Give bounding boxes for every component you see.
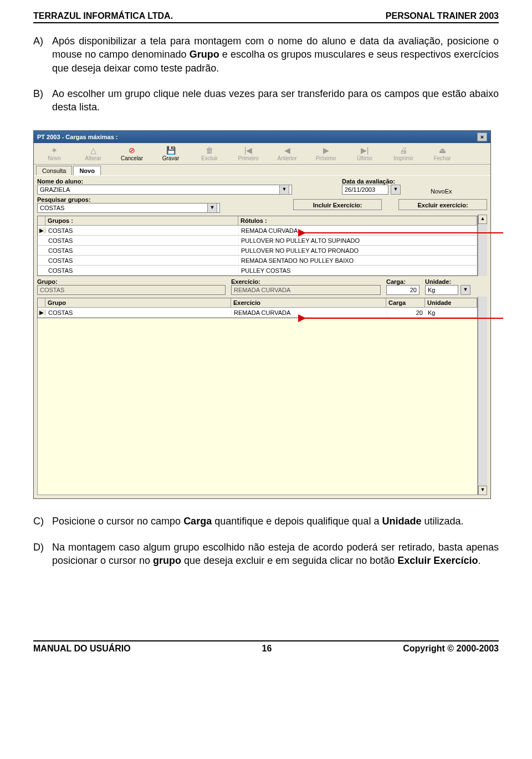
tab-novo[interactable]: Novo bbox=[73, 166, 101, 175]
field-grupo: COSTAS bbox=[37, 285, 226, 295]
col-carga: Carga bbox=[386, 298, 425, 307]
scrollbar[interactable]: ▲ bbox=[478, 215, 487, 276]
edit-icon: △ bbox=[88, 146, 98, 155]
field-exercicio: REMADA CURVADA bbox=[231, 285, 381, 295]
item-d-label: D) bbox=[33, 541, 52, 580]
col-grupos: Grupos : bbox=[45, 216, 238, 225]
label-data-avaliacao: Data da avaliação: bbox=[342, 178, 425, 185]
footer-page: 16 bbox=[262, 644, 272, 654]
toolbar-cancelar[interactable]: ⊘Cancelar bbox=[112, 144, 151, 163]
cell-grupo: COSTAS bbox=[46, 257, 239, 264]
incluir-exercicio-button[interactable]: Incluir Exercício: bbox=[293, 199, 382, 210]
footer-left: MANUAL DO USUÁRIO bbox=[33, 644, 131, 654]
tab-consulta[interactable]: Consulta bbox=[36, 166, 72, 175]
cancel-icon: ⊘ bbox=[127, 146, 137, 155]
toolbar-gravar[interactable]: 💾Gravar bbox=[151, 144, 190, 163]
cell-rotulo: PULLEY COSTAS bbox=[239, 267, 477, 274]
footer-right: Copyright © 2000-2003 bbox=[403, 644, 499, 654]
table-row[interactable]: COSTASPULLEY COSTAS bbox=[38, 266, 477, 276]
toolbar-primeiro[interactable]: |◀Primeiro bbox=[229, 144, 268, 163]
col-exercicio: Exercicio bbox=[231, 298, 386, 307]
toolbar-novo[interactable]: ✶Novo bbox=[35, 144, 74, 163]
table-row[interactable]: COSTASPULLOVER NO PULLEY ALTO PRONADO bbox=[38, 246, 477, 256]
field-unidade[interactable]: Kg bbox=[425, 285, 458, 295]
arrow-annotation-2 bbox=[298, 313, 503, 323]
label-unidade: Unidade: bbox=[425, 278, 475, 285]
dropdown-icon[interactable]: ▼ bbox=[207, 203, 217, 213]
label-novoex[interactable]: NovoEx bbox=[431, 188, 452, 195]
dropdown-icon[interactable]: ▼ bbox=[279, 185, 289, 195]
close-icon[interactable]: × bbox=[477, 133, 487, 141]
scroll-down-icon[interactable]: ▼ bbox=[478, 486, 487, 495]
label-grupo: Grupo: bbox=[37, 278, 231, 285]
cell-grupo: COSTAS bbox=[46, 247, 239, 254]
cell-rotulo: PULLOVER NO PULLEY ALTO PRONADO bbox=[239, 247, 477, 254]
item-c-label: C) bbox=[33, 515, 52, 540]
exit-icon: ⏏ bbox=[437, 146, 447, 155]
label-nome-aluno: Nome do aluno: bbox=[37, 178, 298, 185]
save-icon: 💾 bbox=[166, 146, 176, 155]
item-b-text: Ao escolher um grupo clique nele duas ve… bbox=[52, 87, 499, 114]
body-text: A) Após disponibilizar a tela para monta… bbox=[33, 34, 499, 126]
scroll-up-icon[interactable]: ▲ bbox=[478, 215, 487, 224]
first-icon: |◀ bbox=[243, 146, 253, 155]
field-nome-aluno[interactable]: GRAZIELA ▼ bbox=[37, 185, 292, 195]
date-dropdown-icon[interactable]: ▼ bbox=[391, 185, 401, 195]
grid-grupos-rotulos: Grupos : Rótulos : ▶COSTASREMADA CURVADA… bbox=[37, 216, 478, 276]
window-title: PT 2003 - Cargas máximas : bbox=[37, 134, 118, 140]
toolbar-anterior[interactable]: ◀Anterior bbox=[268, 144, 306, 163]
label-pesquisar-grupos: Pesquisar grupos: bbox=[37, 196, 226, 203]
tabs: Consulta Novo bbox=[34, 166, 490, 175]
item-a-text: Após disponibilizar a tela para montagem… bbox=[52, 34, 499, 75]
item-d-text: Na montagem caso algum grupo escolhido n… bbox=[52, 541, 499, 568]
footer: MANUAL DO USUÁRIO 16 Copyright © 2000-20… bbox=[33, 640, 499, 654]
label-exercicio: Exercício: bbox=[231, 278, 386, 285]
cell-rotulo: REMADA SENTADO NO PULLEY BAIXO bbox=[239, 257, 477, 264]
label-carga: Carga: bbox=[386, 278, 425, 285]
next-icon: ▶ bbox=[321, 146, 331, 155]
toolbar: ✶Novo △Alterar ⊘Cancelar 💾Gravar 🗑Exclui… bbox=[34, 143, 490, 165]
titlebar: PT 2003 - Cargas máximas : × bbox=[34, 131, 490, 143]
row-marker: ▶ bbox=[38, 227, 46, 233]
row-marker: ▶ bbox=[38, 309, 46, 315]
item-b-label: B) bbox=[33, 87, 52, 126]
cell-grupo: COSTAS bbox=[46, 237, 239, 244]
form-area: Nome do aluno: GRAZIELA ▼ Data da avalia… bbox=[34, 175, 490, 498]
body-text-2: C) Posicione o cursor no campo Carga qua… bbox=[33, 515, 499, 579]
scrollbar[interactable]: ▼ bbox=[478, 297, 487, 495]
toolbar-ultimo[interactable]: ▶|Último bbox=[345, 144, 384, 163]
header: TERRAZUL INFORMÁTICA LTDA. PERSONAL TRAI… bbox=[33, 11, 499, 23]
field-carga[interactable]: 20 bbox=[386, 285, 420, 295]
col-grupo: Grupo bbox=[45, 298, 231, 307]
col-rotulos: Rótulos : bbox=[238, 216, 477, 225]
toolbar-proximo[interactable]: ▶Próximo bbox=[306, 144, 345, 163]
header-right: PERSONAL TRAINER 2003 bbox=[386, 11, 499, 21]
cell-grupo: COSTAS bbox=[46, 267, 239, 274]
toolbar-excluir[interactable]: 🗑Excluir bbox=[190, 144, 229, 163]
prev-icon: ◀ bbox=[282, 146, 292, 155]
print-icon: 🖨 bbox=[398, 146, 408, 155]
excluir-exercicio-button[interactable]: Excluir exercício: bbox=[398, 199, 487, 210]
item-c-text: Posicione o cursor no campo Carga quanti… bbox=[52, 515, 499, 528]
cell-grupo: COSTAS bbox=[46, 309, 232, 317]
item-a-label: A) bbox=[33, 34, 52, 87]
last-icon: ▶| bbox=[360, 146, 370, 155]
delete-icon: 🗑 bbox=[204, 146, 214, 155]
empty-area bbox=[37, 318, 478, 495]
header-left: TERRAZUL INFORMÁTICA LTDA. bbox=[33, 11, 173, 21]
new-icon: ✶ bbox=[49, 146, 59, 155]
dropdown-icon[interactable]: ▼ bbox=[461, 285, 470, 295]
toolbar-fechar[interactable]: ⏏Fechar bbox=[423, 144, 462, 163]
arrow-annotation-1 bbox=[298, 228, 503, 238]
toolbar-imprimir[interactable]: 🖨Imprimir bbox=[384, 144, 423, 163]
field-pesquisar-grupos[interactable]: COSTAS ▼ bbox=[37, 203, 220, 213]
col-unidade: Unidade bbox=[425, 298, 477, 307]
table-row[interactable]: COSTASREMADA SENTADO NO PULLEY BAIXO bbox=[38, 256, 477, 266]
cell-grupo: COSTAS bbox=[46, 227, 239, 235]
toolbar-alterar[interactable]: △Alterar bbox=[74, 144, 112, 163]
app-screenshot: PT 2003 - Cargas máximas : × ✶Novo △Alte… bbox=[33, 130, 499, 499]
field-data-avaliacao[interactable]: 26/11/2003 bbox=[342, 185, 388, 195]
